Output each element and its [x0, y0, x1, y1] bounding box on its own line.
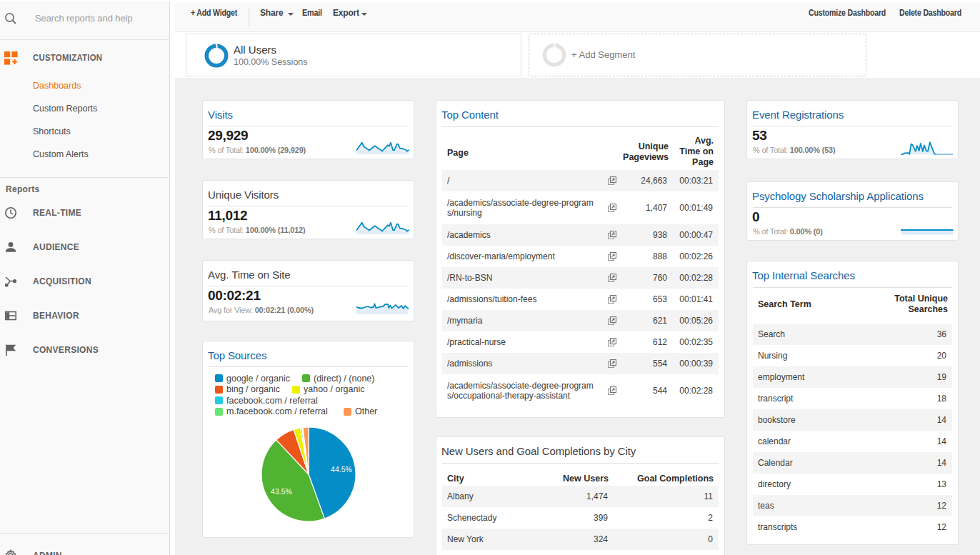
svg-text:44.5%: 44.5% [331, 465, 352, 474]
svg-text:43.5%: 43.5% [271, 487, 292, 496]
